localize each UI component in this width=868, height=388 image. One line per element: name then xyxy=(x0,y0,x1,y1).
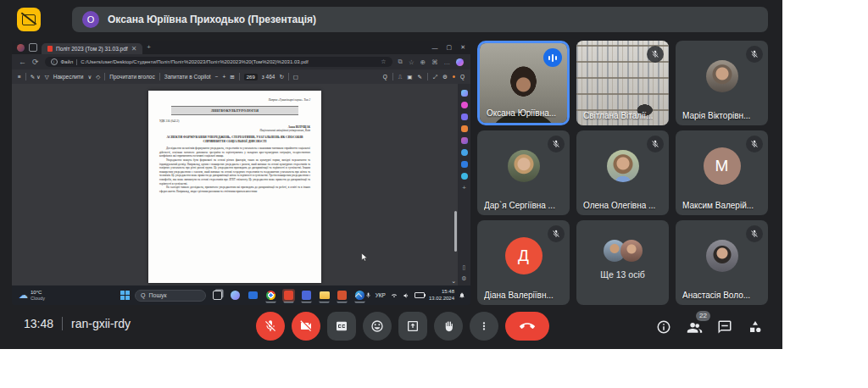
participant-name: Олена Олегівна ... xyxy=(583,201,655,210)
page-number-input[interactable]: 269 xyxy=(244,74,258,80)
sidebar-settings-icon[interactable]: ⚙ xyxy=(461,275,466,282)
sidebar-drop-icon[interactable] xyxy=(461,173,468,180)
language-indicator[interactable]: УКР xyxy=(376,292,386,298)
reactions-button[interactable] xyxy=(363,312,392,341)
taskbar-weather-widget[interactable]: ☁ 10°C Cloudy xyxy=(19,290,45,301)
explorer-app-icon[interactable] xyxy=(318,289,331,302)
raise-hand-button[interactable] xyxy=(434,312,463,341)
participant-avatar xyxy=(706,240,738,272)
notifications-bell-icon[interactable] xyxy=(459,291,465,299)
sidebar-skype-icon[interactable] xyxy=(461,149,468,156)
camera-toggle-button[interactable] xyxy=(292,312,320,341)
extensions-icon[interactable]: ⌘ xyxy=(431,58,438,66)
tab-search-icon[interactable] xyxy=(29,43,37,52)
page-info-icon[interactable]: i xyxy=(51,58,58,65)
annotate-icon[interactable]: ✎ xyxy=(417,74,421,80)
settings-more-icon[interactable]: … xyxy=(444,58,451,66)
copilot-app-icon[interactable] xyxy=(229,289,242,302)
present-button[interactable] xyxy=(398,312,427,341)
sidebar-office-icon[interactable] xyxy=(461,137,468,144)
save-icon[interactable]: ▣ xyxy=(407,74,412,80)
collections-icon[interactable]: ⊕ xyxy=(420,58,426,66)
word-app-icon[interactable] xyxy=(300,289,313,302)
new-tab-button[interactable]: + xyxy=(147,44,151,51)
sidebar-tag-icon[interactable] xyxy=(461,114,468,120)
ask-copilot-button[interactable]: Запитати в Copilot xyxy=(164,74,211,80)
draw-dropdown-icon[interactable]: ∨ xyxy=(87,74,92,80)
sidebar-copilot-icon[interactable] xyxy=(461,90,468,97)
participant-tile[interactable]: Марія Вікторівн... xyxy=(676,41,768,125)
read-aloud-button[interactable]: Прочитати вголос xyxy=(109,74,154,80)
wifi-icon[interactable] xyxy=(390,292,398,299)
overflow-tile[interactable]: Ще 13 осіб xyxy=(576,220,669,305)
window-close-button[interactable]: ✕ xyxy=(460,44,465,51)
taskbar-search[interactable]: Q Пошук xyxy=(135,290,206,302)
zoom-out-icon[interactable]: − xyxy=(215,74,219,80)
url-bar[interactable]: i Файл C:/Users/user/Desktop/Студенти/По… xyxy=(45,57,392,67)
copilot-icon[interactable] xyxy=(456,58,464,66)
task-view-button[interactable] xyxy=(211,289,224,302)
sidebar-panel-icon[interactable]: ▯ xyxy=(463,264,466,271)
volume-icon[interactable] xyxy=(403,292,410,299)
rotate-icon[interactable]: ↻ xyxy=(279,74,283,80)
browser-tab[interactable]: Полiт 2023 (Том 2) 31.03.pdf ✕ xyxy=(42,43,142,54)
print-icon[interactable]: ⎍ xyxy=(398,74,403,80)
mic-off-icon xyxy=(746,225,763,242)
window-restore-button[interactable]: ▢ xyxy=(447,44,453,51)
presenter-pill[interactable]: О Оксана Юріївна Приходько (Презентація) xyxy=(72,7,768,32)
participant-tile[interactable]: Д Діана Валеріївн... xyxy=(477,220,570,305)
eraser-icon[interactable]: ◇ xyxy=(96,74,100,80)
weather-condition: Cloudy xyxy=(31,296,45,301)
participant-tile[interactable]: Оксана Юріївна... xyxy=(477,41,570,125)
captions-button[interactable] xyxy=(327,312,356,341)
activities-button[interactable] xyxy=(747,319,764,335)
pdf-viewer[interactable]: Напрям «Гуманітарні науки». Том 2 ЛІНГВО… xyxy=(12,84,458,285)
split-screen-icon[interactable]: ⧉ xyxy=(398,58,403,66)
chat-panel-button[interactable] xyxy=(716,319,733,335)
highlight-tool-icon[interactable]: ▽ xyxy=(45,74,49,80)
active-app-icon[interactable] xyxy=(282,289,295,302)
participant-tile[interactable]: Світлана Віталії... xyxy=(576,41,669,125)
zoom-in-icon[interactable]: + xyxy=(222,74,225,80)
search-icon: Q xyxy=(141,292,145,298)
fullscreen-icon[interactable]: ⤢ xyxy=(433,74,437,80)
sidebar-shopping-icon[interactable] xyxy=(461,125,468,132)
page-view-icon[interactable]: ▢ xyxy=(293,74,298,80)
chrome-app-icon[interactable] xyxy=(264,289,277,302)
start-button[interactable] xyxy=(120,291,130,300)
meeting-details-button[interactable] xyxy=(655,319,672,335)
browser-profile-icon[interactable] xyxy=(17,44,25,52)
sidebar-outlook-icon[interactable] xyxy=(461,161,468,168)
mail-app-icon[interactable] xyxy=(247,289,259,302)
favorites-icon[interactable]: ☆ xyxy=(409,58,415,66)
search-icon[interactable]: Q xyxy=(383,74,387,80)
back-icon[interactable]: ← xyxy=(19,58,26,66)
toc-icon[interactable]: ≡ xyxy=(18,74,21,80)
window-minimize-button[interactable]: — xyxy=(432,45,438,51)
pdf-settings-icon[interactable]: ⚙ xyxy=(442,74,448,80)
battery-icon[interactable] xyxy=(415,292,425,298)
tray-expand-icon[interactable] xyxy=(354,292,361,299)
participant-tile[interactable]: Анастасія Воло... xyxy=(676,220,768,305)
draw-label[interactable]: Накреслити xyxy=(53,74,84,80)
participants-panel-button[interactable]: 22 xyxy=(686,319,703,335)
end-call-button[interactable] xyxy=(505,312,549,341)
sidebar-search-icon[interactable]: Q xyxy=(460,74,465,80)
mic-toggle-button[interactable] xyxy=(256,312,285,341)
scroll-down-icon[interactable]: ⌄ xyxy=(451,278,456,285)
favorite-star-icon[interactable]: ☆ xyxy=(381,58,386,65)
participant-tile[interactable]: М Максим Валерій... xyxy=(676,130,768,215)
tab-close-icon[interactable]: ✕ xyxy=(131,46,137,53)
pdf-scrollbar-thumb[interactable] xyxy=(454,211,457,252)
powerpoint-app-icon[interactable] xyxy=(336,289,348,302)
fit-width-icon[interactable]: ⊞ xyxy=(230,74,234,80)
tray-mic-icon[interactable] xyxy=(365,291,371,299)
more-options-button[interactable] xyxy=(470,312,498,341)
sidebar-search-icon[interactable] xyxy=(461,102,468,108)
sidebar-add-icon[interactable]: + xyxy=(462,185,466,191)
refresh-icon[interactable]: ⟳ xyxy=(32,58,39,66)
participant-tile[interactable]: Дар`я Сергіївна ... xyxy=(477,130,570,215)
participant-tile[interactable]: Олена Олегівна ... xyxy=(576,130,669,215)
pen-tool-icon[interactable]: ✎ ∨ xyxy=(31,74,41,80)
taskbar-clock[interactable]: 15:48 13.02.2024 xyxy=(429,289,454,301)
